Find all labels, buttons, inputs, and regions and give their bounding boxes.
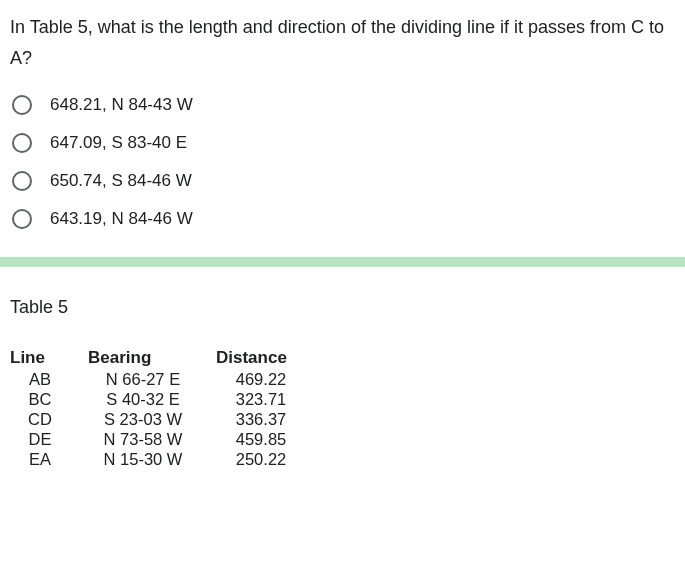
option-0[interactable]: 648.21, N 84-43 W — [12, 95, 675, 115]
question-text: In Table 5, what is the length and direc… — [10, 12, 675, 73]
option-3[interactable]: 643.19, N 84-46 W — [12, 209, 675, 229]
cell-bearing: S 23-03 W — [88, 410, 216, 430]
option-label: 648.21, N 84-43 W — [50, 95, 193, 115]
cell-distance: 250.22 — [216, 450, 324, 470]
option-label: 643.19, N 84-46 W — [50, 209, 193, 229]
cell-distance: 336.37 — [216, 410, 324, 430]
section-divider — [0, 257, 685, 267]
header-bearing: Bearing — [88, 348, 216, 370]
cell-distance: 323.71 — [216, 390, 324, 410]
cell-bearing: N 15-30 W — [88, 450, 216, 470]
cell-distance: 469.22 — [216, 370, 324, 390]
cell-line: BC — [10, 390, 88, 410]
table-header-row: Line Bearing Distance — [10, 348, 324, 370]
cell-bearing: N 73-58 W — [88, 430, 216, 450]
table-row: BC S 40-32 E 323.71 — [10, 390, 324, 410]
cell-line: DE — [10, 430, 88, 450]
cell-line: EA — [10, 450, 88, 470]
table-row: CD S 23-03 W 336.37 — [10, 410, 324, 430]
cell-bearing: N 66-27 E — [88, 370, 216, 390]
header-line: Line — [10, 348, 88, 370]
option-1[interactable]: 647.09, S 83-40 E — [12, 133, 675, 153]
radio-icon — [12, 209, 32, 229]
cell-line: CD — [10, 410, 88, 430]
table-row: AB N 66-27 E 469.22 — [10, 370, 324, 390]
data-table: Line Bearing Distance AB N 66-27 E 469.2… — [10, 348, 324, 470]
radio-icon — [12, 95, 32, 115]
table-row: DE N 73-58 W 459.85 — [10, 430, 324, 450]
option-label: 647.09, S 83-40 E — [50, 133, 187, 153]
radio-icon — [12, 171, 32, 191]
cell-bearing: S 40-32 E — [88, 390, 216, 410]
options-group: 648.21, N 84-43 W 647.09, S 83-40 E 650.… — [10, 95, 675, 229]
table-row: EA N 15-30 W 250.22 — [10, 450, 324, 470]
table-title: Table 5 — [10, 297, 675, 318]
cell-distance: 459.85 — [216, 430, 324, 450]
header-distance: Distance — [216, 348, 324, 370]
radio-icon — [12, 133, 32, 153]
option-2[interactable]: 650.74, S 84-46 W — [12, 171, 675, 191]
cell-line: AB — [10, 370, 88, 390]
option-label: 650.74, S 84-46 W — [50, 171, 192, 191]
